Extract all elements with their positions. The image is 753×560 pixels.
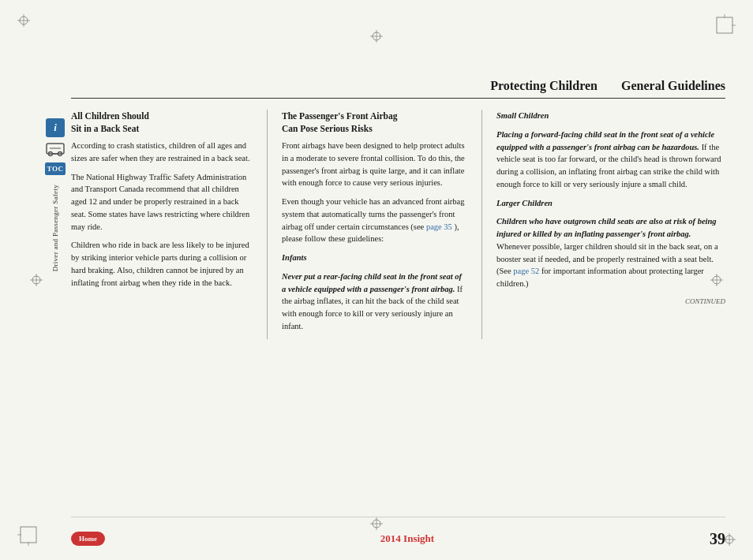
col2-infants-body: Never put a rear-facing child seat in th…: [282, 271, 467, 333]
footer-title: 2014 Insight: [380, 532, 434, 545]
col1-para1: According to crash statistics, children …: [71, 140, 253, 165]
col2-para2: Even though your vehicle has an advanced…: [282, 196, 467, 245]
col2-intro: Front airbags have been designed to help…: [282, 140, 467, 189]
driver-safety-icon: [46, 140, 65, 159]
corner-mark-bl: [17, 524, 39, 546]
page-footer: Home 2014 Insight 39: [71, 517, 725, 560]
info-icon: i: [46, 118, 65, 137]
footer-page-number: 39: [710, 530, 725, 548]
col1-para3: Children who ride in back are less likel…: [71, 239, 253, 289]
content-columns: All Children Should Sit in a Back Seat A…: [71, 110, 725, 339]
col2-heading: The Passenger's Front Airbag Can Pose Se…: [282, 110, 467, 135]
page-container: i TOC Driver and Passenger Safety Protec…: [0, 0, 753, 560]
divider-1: [267, 110, 268, 339]
corner-mark-tr: [714, 14, 736, 36]
header-title: Protecting Children: [490, 79, 598, 93]
column-1: All Children Should Sit in a Back Seat A…: [71, 110, 253, 339]
continued-text: CONTINUED: [496, 297, 725, 308]
column-2: The Passenger's Front Airbag Can Pose Se…: [282, 110, 467, 339]
col1-heading: All Children Should Sit in a Back Seat: [71, 110, 253, 135]
divider-2: [481, 110, 482, 339]
col1-body: According to crash statistics, children …: [71, 140, 253, 289]
header-subtitle: General Guidelines: [621, 79, 725, 93]
column-3: Small Children Placing a forward-facing …: [496, 110, 725, 339]
center-cross-left: [30, 274, 43, 286]
col3-larger-body: Children who have outgrown child seats a…: [496, 215, 725, 290]
svg-rect-3: [717, 17, 732, 33]
col3-small-heading: Small Children: [496, 110, 725, 122]
page-header: Protecting Children General Guidelines: [71, 79, 725, 99]
page-ref-35[interactable]: page 35: [426, 222, 452, 231]
home-button[interactable]: Home: [71, 532, 105, 546]
col2-infants-heading: Infants: [282, 252, 467, 264]
left-sidebar: i TOC Driver and Passenger Safety: [43, 118, 67, 489]
col3-larger-heading: Larger Children: [496, 197, 725, 210]
toc-button[interactable]: TOC: [45, 162, 66, 175]
sidebar-vertical-label: Driver and Passenger Safety: [51, 185, 59, 271]
col2-body: Front airbags have been designed to help…: [282, 140, 467, 333]
svg-rect-6: [21, 527, 36, 543]
col1-para2: The National Highway Traffic Safety Admi…: [71, 171, 253, 233]
col3-small-body: Placing a forward-facing child seat in t…: [496, 129, 725, 191]
page-ref-52[interactable]: page 52: [513, 267, 539, 275]
center-cross-top: [370, 30, 383, 43]
corner-mark-tl: [17, 14, 39, 36]
main-content: Protecting Children General Guidelines A…: [71, 79, 725, 505]
col3-body: Small Children Placing a forward-facing …: [496, 110, 725, 307]
